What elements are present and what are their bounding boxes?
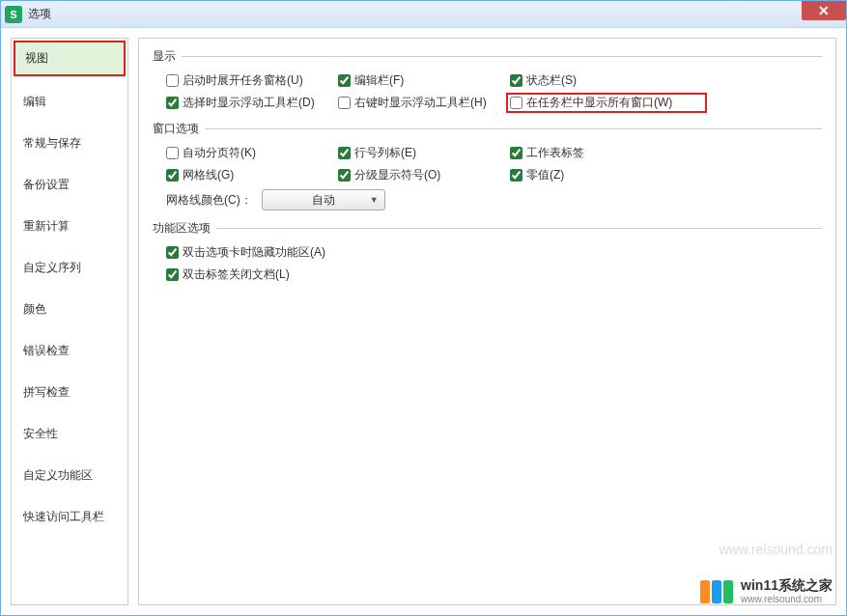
divider	[182, 56, 822, 57]
sidebar-item-10[interactable]: 自定义功能区	[14, 460, 126, 491]
ribbon-checkbox-1[interactable]	[166, 268, 179, 281]
sidebar-item-0[interactable]: 视图	[14, 41, 126, 76]
display-options-grid: 启动时展开任务窗格(U)编辑栏(F)状态栏(S)选择时显示浮动工具栏(D)右键时…	[153, 72, 822, 111]
window-label-0: 自动分页符(K)	[183, 145, 256, 161]
brand-bar-1	[712, 580, 721, 603]
display-option-5[interactable]: 在任务栏中显示所有窗口(W)	[506, 93, 707, 113]
sidebar-item-11[interactable]: 快速访问工具栏	[14, 501, 126, 533]
divider	[205, 128, 822, 129]
window-option-4[interactable]: 分级显示符号(O)	[338, 167, 502, 183]
display-checkbox-5[interactable]	[510, 97, 522, 109]
window-checkbox-2[interactable]	[510, 147, 522, 159]
display-option-1[interactable]: 编辑栏(F)	[338, 72, 502, 89]
gridline-color-dropdown[interactable]: 自动 ▼	[262, 189, 385, 210]
display-option-4[interactable]: 右键时显示浮动工具栏(H)	[338, 95, 502, 111]
display-checkbox-0[interactable]	[166, 74, 179, 87]
dropdown-value: 自动	[312, 192, 335, 209]
window-label-5: 零值(Z)	[526, 167, 564, 183]
app-icon: S	[5, 6, 22, 23]
sidebar-item-5[interactable]: 自定义序列	[14, 252, 126, 284]
divider	[216, 228, 822, 229]
window-checkbox-4[interactable]	[338, 169, 351, 182]
window-checkbox-5[interactable]	[510, 169, 522, 182]
display-checkbox-3[interactable]	[166, 97, 179, 109]
display-label-3: 选择时显示浮动工具栏(D)	[183, 95, 315, 111]
window-title: 选项	[28, 6, 51, 22]
window-checkbox-0[interactable]	[166, 147, 179, 159]
window-option-3[interactable]: 网格线(G)	[166, 167, 330, 183]
window-option-2[interactable]: 工作表标签	[510, 145, 703, 161]
window-option-5[interactable]: 零值(Z)	[510, 167, 703, 183]
window-label-2: 工作表标签	[526, 145, 584, 161]
ribbon-options: 双击选项卡时隐藏功能区(A)双击标签关闭文档(L)	[153, 244, 822, 283]
sidebar-item-2[interactable]: 常规与保存	[14, 127, 126, 159]
sidebar-item-9[interactable]: 安全性	[14, 418, 126, 450]
window-options-grid: 自动分页符(K)行号列标(E)工作表标签网格线(G)分级显示符号(O)零值(Z)	[153, 145, 822, 183]
sidebar-item-3[interactable]: 备份设置	[14, 169, 126, 201]
gridline-color-row: 网格线颜色(C)： 自动 ▼	[153, 189, 822, 210]
ribbon-checkbox-0[interactable]	[166, 246, 179, 259]
sidebar-item-8[interactable]: 拼写检查	[14, 377, 126, 408]
display-label-1: 编辑栏(F)	[354, 72, 404, 89]
window-option-0[interactable]: 自动分页符(K)	[166, 145, 330, 161]
titlebar: S 选项 ✕	[1, 1, 846, 28]
brand-url: www.relsound.com	[741, 594, 833, 605]
close-icon: ✕	[818, 3, 830, 18]
display-label-4: 右键时显示浮动工具栏(H)	[354, 95, 487, 111]
brand-logo	[700, 580, 733, 603]
display-label-2: 状态栏(S)	[526, 72, 577, 89]
section-header: 显示	[153, 48, 822, 65]
brand-text: win11系统之家 www.relsound.com	[741, 577, 833, 605]
display-option-0[interactable]: 启动时展开任务窗格(U)	[166, 72, 330, 89]
window-label-4: 分级显示符号(O)	[354, 167, 440, 183]
section-ribbon: 功能区选项 双击选项卡时隐藏功能区(A)双击标签关闭文档(L)	[153, 220, 822, 283]
content-panel: 显示 启动时展开任务窗格(U)编辑栏(F)状态栏(S)选择时显示浮动工具栏(D)…	[138, 38, 836, 605]
window-checkbox-1[interactable]	[338, 147, 351, 159]
brand-bar-0	[700, 580, 710, 603]
display-checkbox-4[interactable]	[338, 97, 351, 109]
section-header: 功能区选项	[153, 220, 822, 237]
display-label-5: 在任务栏中显示所有窗口(W)	[526, 95, 672, 111]
section-window-opts: 窗口选项 自动分页符(K)行号列标(E)工作表标签网格线(G)分级显示符号(O)…	[153, 121, 822, 210]
ribbon-label-0: 双击选项卡时隐藏功能区(A)	[183, 244, 325, 261]
options-dialog: S 选项 ✕ 视图编辑常规与保存备份设置重新计算自定义序列颜色错误检查拼写检查安…	[0, 0, 847, 616]
sidebar-item-7[interactable]: 错误检查	[14, 335, 126, 367]
dialog-body: 视图编辑常规与保存备份设置重新计算自定义序列颜色错误检查拼写检查安全性自定义功能…	[1, 28, 846, 615]
close-button[interactable]: ✕	[802, 1, 846, 20]
brand-name: win11系统之家	[741, 577, 833, 594]
display-option-2[interactable]: 状态栏(S)	[510, 72, 703, 89]
section-title-display: 显示	[153, 48, 176, 65]
sidebar-item-6[interactable]: 颜色	[14, 294, 126, 325]
ribbon-option-0[interactable]: 双击选项卡时隐藏功能区(A)	[166, 244, 822, 261]
window-label-1: 行号列标(E)	[354, 145, 416, 161]
display-label-0: 启动时展开任务窗格(U)	[183, 72, 303, 89]
gridline-color-label: 网格线颜色(C)：	[166, 192, 252, 209]
window-option-1[interactable]: 行号列标(E)	[338, 145, 502, 161]
chevron-down-icon: ▼	[370, 195, 379, 205]
ribbon-label-1: 双击标签关闭文档(L)	[183, 266, 290, 283]
sidebar: 视图编辑常规与保存备份设置重新计算自定义序列颜色错误检查拼写检查安全性自定义功能…	[11, 38, 128, 605]
sidebar-item-4[interactable]: 重新计算	[14, 210, 126, 242]
section-title-ribbon: 功能区选项	[153, 220, 211, 237]
brand-bar-2	[723, 580, 733, 603]
window-label-3: 网格线(G)	[183, 167, 234, 183]
section-title-window: 窗口选项	[153, 121, 199, 137]
section-display: 显示 启动时展开任务窗格(U)编辑栏(F)状态栏(S)选择时显示浮动工具栏(D)…	[153, 48, 822, 111]
ribbon-option-1[interactable]: 双击标签关闭文档(L)	[166, 266, 822, 283]
display-checkbox-1[interactable]	[338, 74, 351, 87]
display-checkbox-2[interactable]	[510, 74, 522, 87]
display-option-3[interactable]: 选择时显示浮动工具栏(D)	[166, 95, 330, 111]
section-header: 窗口选项	[153, 121, 822, 137]
window-checkbox-3[interactable]	[166, 169, 179, 182]
sidebar-item-1[interactable]: 编辑	[14, 86, 126, 118]
footer-brand: win11系统之家 www.relsound.com	[700, 577, 833, 605]
